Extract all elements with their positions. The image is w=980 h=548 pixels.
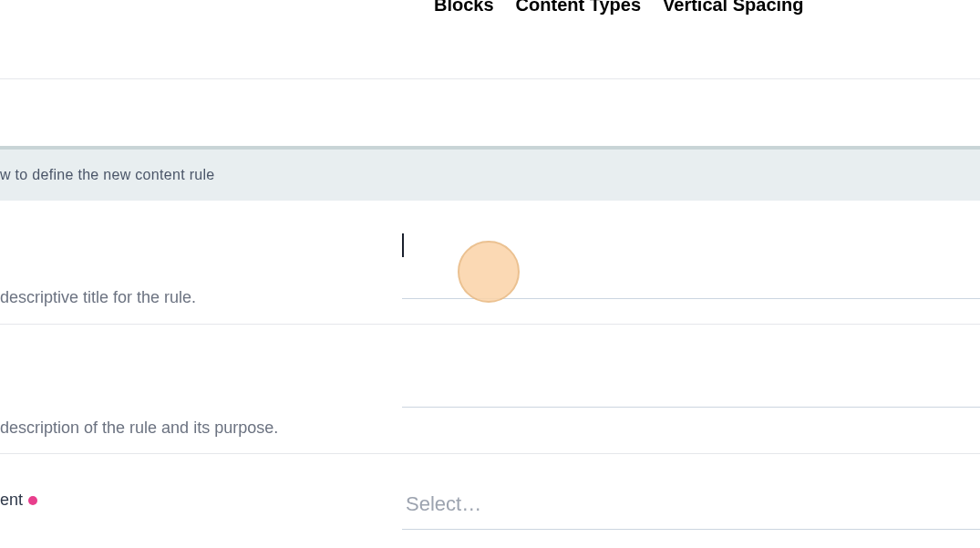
event-select-wrapper: Select…: [402, 487, 980, 530]
required-dot-icon: [28, 496, 37, 505]
nav-content-types[interactable]: Content Types: [516, 0, 641, 16]
info-banner-text: w to define the new content rule: [0, 167, 215, 183]
info-banner: w to define the new content rule: [0, 146, 980, 201]
title-label-col: descriptive title for the rule.: [0, 232, 402, 307]
event-label-text: ent: [0, 491, 23, 510]
header-divider: [0, 78, 980, 79]
top-nav: Blocks Content Types Vertical Spacing: [434, 0, 804, 16]
selection-circle-icon: [458, 241, 520, 303]
nav-blocks[interactable]: Blocks: [434, 0, 494, 16]
description-help-text: description of the rule and its purpose.: [0, 419, 278, 438]
nav-vertical-spacing[interactable]: Vertical Spacing: [663, 0, 804, 16]
description-input-underline[interactable]: [402, 407, 980, 408]
event-label: ent: [0, 491, 37, 510]
row-divider-1: [0, 324, 980, 325]
event-select[interactable]: Select…: [402, 487, 980, 530]
text-cursor-icon: [402, 233, 404, 257]
title-help-text: descriptive title for the rule.: [0, 288, 402, 307]
row-divider-2: [0, 453, 980, 454]
